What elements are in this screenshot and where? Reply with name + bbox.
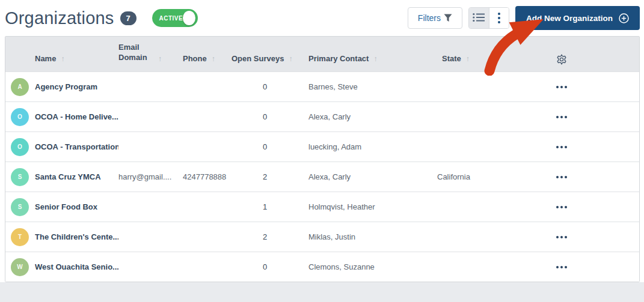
column-header-name[interactable]: Name↑ [35, 54, 118, 71]
row-actions-button[interactable] [553, 172, 571, 182]
org-primary-contact: Holmqvist, Heather [308, 202, 437, 211]
avatar: A [11, 78, 29, 96]
add-button-label: Add New Organization [526, 14, 613, 23]
table-row[interactable]: S Santa Cruz YMCA harry@gmail.... 424777… [5, 162, 639, 192]
sort-arrow-icon: ↑ [158, 55, 162, 63]
row-actions-button[interactable] [553, 142, 571, 152]
kebab-vertical-icon [498, 13, 500, 23]
view-switcher [468, 7, 509, 29]
org-state: California [437, 172, 517, 181]
sort-arrow-icon: ↑ [61, 55, 64, 63]
filters-button[interactable]: Filters [408, 7, 462, 29]
row-actions-button[interactable] [553, 82, 571, 92]
table-row[interactable]: S Senior Food Box 1 Holmqvist, Heather [5, 192, 639, 222]
column-header-open-surveys[interactable]: Open Surveys↑ [232, 54, 308, 71]
page-background [0, 282, 644, 302]
avatar: O [11, 138, 29, 156]
organization-count-badge: 7 [120, 11, 136, 25]
org-name[interactable]: Senior Food Box [35, 202, 118, 211]
row-actions-button[interactable] [553, 262, 571, 272]
toolbar: Organizations 7 ACTIVE Filters [0, 0, 644, 36]
column-header-email-domain[interactable]: Email Domain↑ [118, 42, 183, 71]
org-open-surveys: 2 [232, 232, 308, 241]
org-name[interactable]: The Children's Cente... [35, 232, 118, 241]
table-row[interactable]: W West Ouachita Senio... 0 Clemons, Suza… [5, 252, 639, 282]
row-actions-button[interactable] [553, 202, 571, 212]
active-toggle-label: ACTIVE [159, 15, 183, 22]
organizations-table: Name↑ Email Domain↑ Phone↑ Open Surveys↑… [5, 36, 640, 282]
column-header-phone[interactable]: Phone↑ [183, 54, 232, 71]
toggle-knob [183, 11, 195, 25]
page-title: Organizations [5, 8, 114, 28]
table-row[interactable]: A Agency Program 0 Barnes, Steve [5, 71, 639, 101]
org-open-surveys: 2 [232, 172, 308, 181]
more-options-button[interactable] [489, 8, 509, 28]
org-open-surveys: 0 [232, 262, 308, 271]
row-actions-button[interactable] [553, 232, 571, 242]
org-open-surveys: 0 [232, 112, 308, 121]
org-primary-contact: Miklas, Justin [308, 232, 437, 241]
table-row[interactable]: O OCOA - Home Delive... 0 Alexa, Carly [5, 101, 639, 131]
column-header-state[interactable]: State↑ [437, 54, 517, 71]
list-icon [473, 13, 485, 24]
org-phone: 4247778888 [183, 172, 232, 181]
org-name[interactable]: OCOA - Home Delive... [35, 112, 118, 121]
filter-icon [444, 14, 452, 22]
header-spacer [5, 63, 35, 71]
org-name[interactable]: Agency Program [35, 82, 118, 91]
sort-arrow-icon: ↑ [373, 55, 377, 63]
avatar: S [11, 198, 29, 216]
table-row[interactable]: T The Children's Cente... 2 Miklas, Just… [5, 222, 639, 252]
org-primary-contact: luecking, Adam [308, 142, 437, 151]
org-open-surveys: 0 [232, 142, 308, 151]
sort-arrow-icon: ↑ [289, 55, 292, 63]
org-primary-contact: Alexa, Carly [308, 112, 437, 121]
avatar: S [11, 168, 29, 186]
row-actions-button[interactable] [553, 112, 571, 122]
sort-arrow-icon: ↑ [466, 55, 470, 63]
add-new-organization-button[interactable]: Add New Organization [515, 6, 640, 30]
column-settings-button[interactable] [517, 53, 607, 71]
org-primary-contact: Alexa, Carly [308, 172, 437, 181]
list-view-button[interactable] [469, 8, 489, 28]
plus-circle-icon [619, 13, 629, 23]
org-primary-contact: Clemons, Suzanne [308, 262, 437, 271]
org-name[interactable]: Santa Cruz YMCA [35, 172, 118, 181]
avatar: T [11, 228, 29, 246]
gear-icon [556, 53, 568, 65]
sort-arrow-icon: ↑ [212, 55, 215, 63]
table-header-row: Name↑ Email Domain↑ Phone↑ Open Surveys↑… [5, 37, 639, 71]
org-primary-contact: Barnes, Steve [308, 82, 437, 91]
org-name[interactable]: West Ouachita Senio... [35, 262, 118, 271]
org-open-surveys: 0 [232, 82, 308, 91]
avatar: O [11, 108, 29, 126]
active-toggle[interactable]: ACTIVE [152, 9, 198, 27]
org-open-surveys: 1 [232, 202, 308, 211]
org-email-domain: harry@gmail.... [118, 172, 183, 181]
table-row[interactable]: O OCOA - Transportation 0 luecking, Adam [5, 131, 639, 162]
avatar: W [11, 258, 29, 276]
column-header-primary-contact[interactable]: Primary Contact↑ [308, 54, 437, 71]
filters-button-label: Filters [418, 13, 441, 23]
org-name[interactable]: OCOA - Transportation [35, 142, 118, 151]
